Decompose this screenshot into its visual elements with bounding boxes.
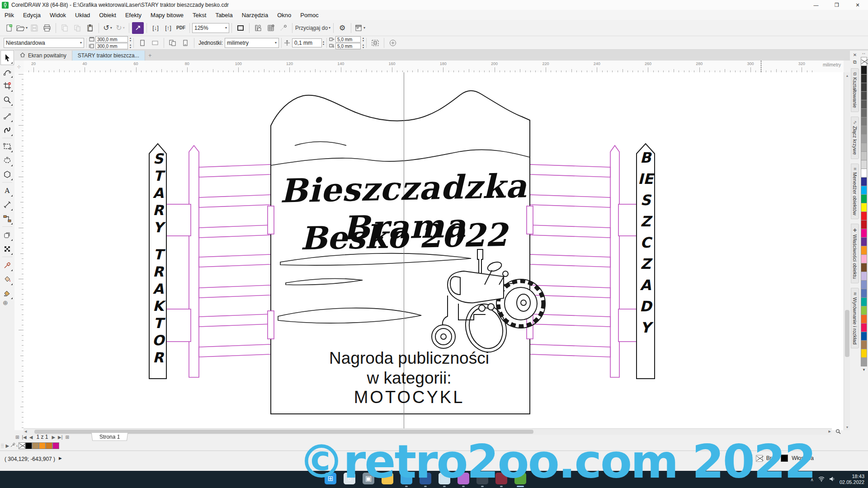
design-right-post-text[interactable]: BIESZCZADY [637, 147, 654, 338]
rectangle-tool[interactable] [1, 139, 14, 153]
toolbox-customize-button[interactable]: ⊕ [3, 299, 8, 306]
palette-swatch[interactable] [861, 151, 867, 160]
menu-item[interactable]: Tekst [188, 10, 211, 20]
menu-item[interactable]: Plik [0, 10, 19, 20]
palette-swatch[interactable] [861, 211, 867, 221]
palette-swatch[interactable] [861, 314, 867, 324]
show-rulers-icon[interactable] [252, 22, 264, 34]
close-button[interactable]: ✕ [847, 0, 868, 10]
palette-swatch[interactable] [861, 280, 867, 289]
add-page-after-icon[interactable]: ⊞ [65, 435, 69, 440]
vertical-scroll-thumb[interactable] [845, 310, 849, 357]
treat-as-filled-button[interactable] [369, 37, 381, 49]
new-document-icon[interactable] [3, 22, 15, 34]
palette-swatch[interactable] [861, 169, 867, 178]
interactive-fill-tool[interactable] [1, 286, 14, 300]
palette-swatch[interactable] [861, 126, 867, 135]
design-award-line3[interactable]: MOTOCYKL [274, 388, 545, 407]
duplicate-x-spinner[interactable]: ▴▾ [363, 37, 364, 42]
previous-page-icon[interactable]: ◀ [29, 435, 33, 440]
palette-swatch[interactable] [861, 203, 867, 212]
docker-dock-icon[interactable]: ⧉ [853, 59, 857, 65]
drop-shadow-tool[interactable] [1, 228, 14, 242]
document-palette-scroll-left-icon[interactable]: ‹ [16, 443, 18, 448]
palette-swatch[interactable] [861, 332, 867, 341]
menu-item[interactable]: Narzędzia [237, 10, 273, 20]
snap-toggle-icon[interactable] [278, 22, 289, 34]
nudge-field[interactable]: 0,1 mm [292, 38, 322, 47]
next-page-icon[interactable]: ▶ [52, 435, 55, 440]
palette-swatch[interactable] [861, 246, 867, 255]
ruler-origin[interactable]: ⊹ [14, 61, 24, 73]
all-pages-button[interactable] [167, 37, 179, 49]
palette-swatch[interactable] [861, 57, 867, 66]
freehand-tool[interactable] [1, 109, 14, 123]
save-icon[interactable] [28, 22, 40, 34]
palette-swatch[interactable] [861, 297, 867, 306]
palette-swatch[interactable] [861, 357, 867, 366]
transparency-tool[interactable] [1, 242, 14, 256]
docker-close-icon[interactable]: ✕ [853, 52, 857, 57]
crop-tool[interactable] [1, 79, 14, 93]
palette-swatch[interactable] [861, 83, 867, 92]
ellipse-tool[interactable] [1, 153, 14, 167]
full-screen-preview-icon[interactable] [235, 22, 246, 34]
zoom-level-combo[interactable]: 125%▾ [192, 23, 229, 33]
docker-tab[interactable]: ≋ Wyrównanie i rozkład [851, 288, 859, 349]
taskbar-clock[interactable]: 18:43 02.05.2022 [840, 474, 864, 485]
document-palette-swatch[interactable] [19, 442, 25, 449]
document-palette-swatch[interactable] [32, 442, 39, 449]
scroll-up-icon[interactable]: ▲ [844, 72, 850, 79]
palette-swatch[interactable] [861, 74, 867, 83]
navigator-zoom-icon[interactable] [834, 428, 843, 434]
document-palette-grip[interactable]: ▒ [1, 443, 4, 448]
palette-swatch[interactable] [861, 272, 867, 281]
tab-welcome-screen[interactable]: Ekran powitalny [14, 51, 72, 61]
minimize-button[interactable]: — [806, 0, 826, 10]
window-layout-icon[interactable]: ▾ [354, 22, 366, 34]
options-icon[interactable]: ⚙ [336, 22, 348, 34]
duplicate-icon[interactable] [71, 22, 83, 34]
launch-icon[interactable] [132, 22, 144, 34]
tab-active-document[interactable]: STARY traktor bieszcza... [72, 51, 145, 61]
menu-item[interactable]: Obiekt [94, 10, 121, 20]
horizontal-ruler[interactable]: milimetry 204060801001201401601802002202… [24, 61, 844, 73]
palette-swatch[interactable] [861, 306, 867, 315]
open-icon[interactable]: ▾ [16, 22, 28, 34]
maximize-button[interactable]: ❒ [826, 0, 847, 10]
menu-item[interactable]: Efekty [121, 10, 146, 20]
export-icon[interactable]: [↑] [162, 22, 174, 34]
dimension-tool[interactable] [1, 197, 14, 211]
duplicate-x-field[interactable]: 5,0 mm [335, 36, 361, 42]
duplicate-y-spinner[interactable]: ▴▾ [363, 43, 364, 49]
menu-item[interactable]: Pomoc [296, 10, 323, 20]
menu-item[interactable]: Tabela [211, 10, 237, 20]
menu-item[interactable]: Mapy bitowe [146, 10, 188, 20]
palette-grip[interactable]: ▪▪ [862, 52, 866, 56]
network-icon[interactable] [818, 476, 825, 483]
document-palette-swatch[interactable] [52, 442, 59, 449]
design-left-post-text[interactable]: STARY TRAKTOR [150, 150, 166, 366]
palette-swatch[interactable] [861, 194, 867, 203]
duplicate-y-field[interactable]: 5,0 mm [335, 43, 361, 49]
palette-swatch[interactable] [861, 349, 867, 358]
portrait-button[interactable] [137, 37, 148, 49]
page-preset-combo[interactable]: Niestandardowa▾ [4, 38, 84, 48]
docker-tab[interactable]: ≡ Menedżer obiektów [851, 164, 859, 219]
palette-swatch[interactable] [861, 289, 867, 298]
drawing-canvas[interactable]: Bieszczadzka Brama Besko 2022 Nagroda pu… [24, 72, 844, 430]
palette-swatch[interactable] [861, 117, 867, 126]
pick-tool[interactable] [1, 51, 14, 65]
page-height-field[interactable]: 300,0 mm [95, 43, 128, 49]
palette-swatch[interactable] [861, 220, 867, 229]
show-grid-icon[interactable] [265, 22, 277, 34]
copy-icon[interactable] [59, 22, 71, 34]
design-award-line1[interactable]: Nagroda publiczności [274, 349, 545, 368]
palette-scroll-down-icon[interactable]: ▼ [862, 368, 866, 372]
smart-fill-tool[interactable] [1, 272, 14, 286]
scroll-right-icon[interactable]: ▶ [829, 430, 831, 433]
units-combo[interactable]: milimetry▾ [225, 38, 279, 48]
design-award-line2[interactable]: w kategorii: [274, 369, 545, 388]
print-icon[interactable] [41, 22, 53, 34]
menu-item[interactable]: Układ [71, 10, 94, 20]
